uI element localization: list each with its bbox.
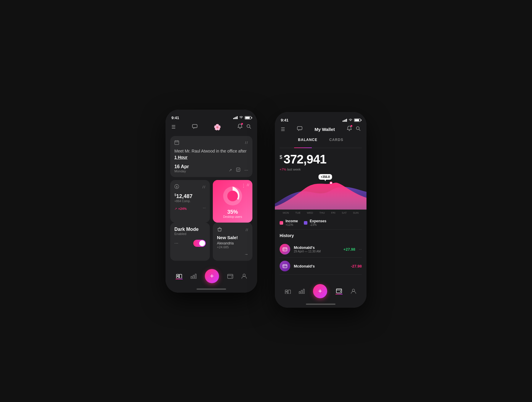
- svg-point-16: [243, 274, 245, 276]
- card-menu-icon: //: [245, 141, 248, 145]
- legend-income: Income +11%: [280, 219, 298, 226]
- tab-cards[interactable]: CARDS: [329, 138, 343, 144]
- svg-rect-2: [175, 141, 179, 145]
- logo-icon: 🌸: [214, 124, 221, 131]
- nav-profile[interactable]: [241, 273, 247, 279]
- status-icons-2: [343, 119, 361, 122]
- screen-content-1: // Meet Mr. Raul Atwood in the office af…: [166, 134, 257, 263]
- svg-point-15: [231, 276, 232, 277]
- pie-card: // ⋮ 35% Desktop users: [213, 180, 252, 223]
- dark-mode-toggle[interactable]: [193, 240, 206, 247]
- nav-home[interactable]: [176, 273, 183, 279]
- notification-icon-2[interactable]: [347, 126, 352, 132]
- calendar-icon: [174, 140, 179, 146]
- nav-bar-1: ☰ 🌸: [166, 122, 257, 134]
- balance-growth: +7% last week: [280, 168, 362, 171]
- nav-home-2[interactable]: [285, 288, 291, 294]
- pie-chart-svg: [221, 184, 244, 208]
- history-title: History: [280, 233, 362, 238]
- chat-icon-2[interactable]: [297, 126, 302, 132]
- nav-analytics[interactable]: [191, 273, 197, 279]
- legend-expenses: Expenses -23%: [304, 219, 326, 226]
- svg-rect-12: [193, 275, 194, 279]
- history-name-1: Mcdonald's: [294, 245, 340, 250]
- svg-rect-13: [195, 274, 196, 279]
- dark-mode-title: Dark Mode: [174, 227, 206, 232]
- svg-rect-28: [301, 290, 302, 294]
- menu-icon[interactable]: ☰: [171, 124, 176, 130]
- chat-icon[interactable]: [192, 124, 197, 130]
- chart-labels: MON TUE WED THU FRI SAT SUN: [280, 210, 362, 216]
- sale-card: // New Sale! Alexandria +24.685 →: [213, 223, 252, 261]
- meeting-date: 16 Apr: [174, 164, 189, 169]
- nav-wallet[interactable]: [227, 273, 233, 279]
- sale-arrow-icon[interactable]: →: [244, 252, 248, 257]
- income-dot: [280, 221, 283, 225]
- history-name-2: Mcdonald's: [294, 264, 347, 268]
- dark-sale-row: Dark Mode Enabled ···: [170, 223, 252, 261]
- dark-more-icon[interactable]: ···: [174, 241, 178, 246]
- share-icon[interactable]: ↗: [229, 168, 232, 172]
- history-date-1: 29 April — 11:30 AM: [294, 250, 340, 253]
- stats-more-icon[interactable]: ···: [203, 206, 206, 210]
- expenses-sub: -23%: [310, 223, 326, 226]
- svg-rect-11: [191, 276, 192, 279]
- check-icon[interactable]: [236, 168, 240, 173]
- phones-container: 9:41: [166, 94, 366, 308]
- svg-point-19: [330, 182, 332, 184]
- growth-arrow-icon: ↗: [174, 207, 177, 211]
- basket-icon: [217, 227, 222, 233]
- history-section: History Mcdonald's 29 April —: [280, 230, 362, 278]
- svg-rect-27: [299, 291, 300, 294]
- nav-wallet-2[interactable]: [335, 288, 343, 294]
- history-info-1: Mcdonald's 29 April — 11:30 AM: [294, 245, 340, 253]
- more-icon[interactable]: ···: [244, 168, 248, 173]
- svg-rect-30: [336, 289, 342, 293]
- sale-menu-icon: //: [246, 228, 248, 232]
- wallet-title: My Wallet: [314, 127, 335, 132]
- chart-tooltip: +356.8: [318, 174, 332, 180]
- svg-point-32: [352, 289, 355, 291]
- nav-bar-2: ☰ My Wallet: [275, 125, 366, 135]
- battery-icon-2: [354, 119, 361, 122]
- nav-right-2: [347, 126, 361, 132]
- status-bar-1: 9:41: [166, 114, 257, 122]
- nav-profile-2[interactable]: [351, 288, 356, 294]
- expenses-dot: [304, 221, 307, 225]
- svg-point-23: [284, 267, 284, 267]
- time-1: 9:41: [171, 116, 179, 120]
- menu-icon-2[interactable]: ☰: [281, 127, 285, 132]
- svg-point-7: [227, 191, 238, 201]
- svg-rect-10: [177, 275, 178, 277]
- meeting-actions: ↗ ···: [229, 168, 248, 173]
- history-amount-2: -27.98: [351, 264, 362, 268]
- svg-point-31: [340, 291, 341, 292]
- tab-balance[interactable]: BALANCE: [298, 138, 317, 144]
- history-item-2: Mcdonald's -27.98: [280, 258, 362, 275]
- dark-mode-footer: ···: [174, 240, 206, 247]
- svg-rect-9: [179, 274, 182, 278]
- balance-tabs: BALANCE CARDS: [280, 135, 362, 148]
- fab-add-2[interactable]: +: [313, 284, 327, 298]
- nav-right-1: [238, 124, 251, 130]
- svg-rect-26: [286, 291, 287, 292]
- svg-point-21: [284, 250, 284, 250]
- battery-icon: [245, 116, 251, 119]
- history-amount-1: +27.98: [343, 247, 355, 252]
- phone-1: 9:41: [166, 110, 257, 293]
- chart-label-sat: SAT: [342, 211, 347, 214]
- search-icon[interactable]: [246, 124, 251, 130]
- history-more-1[interactable]: ···: [359, 247, 362, 251]
- search-icon-2[interactable]: [356, 126, 361, 132]
- legend-row: Income +11% Expenses -23%: [280, 216, 362, 230]
- svg-rect-0: [192, 124, 197, 128]
- svg-text:$: $: [176, 185, 177, 188]
- svg-rect-25: [288, 290, 291, 294]
- meeting-day: Monday: [174, 169, 189, 173]
- signal-icon-2: [343, 119, 347, 122]
- fab-add[interactable]: +: [205, 269, 219, 283]
- nav-analytics-2[interactable]: [299, 288, 305, 294]
- income-sub: +11%: [286, 223, 298, 226]
- meeting-card-header: //: [174, 140, 248, 146]
- notification-icon[interactable]: [238, 124, 242, 130]
